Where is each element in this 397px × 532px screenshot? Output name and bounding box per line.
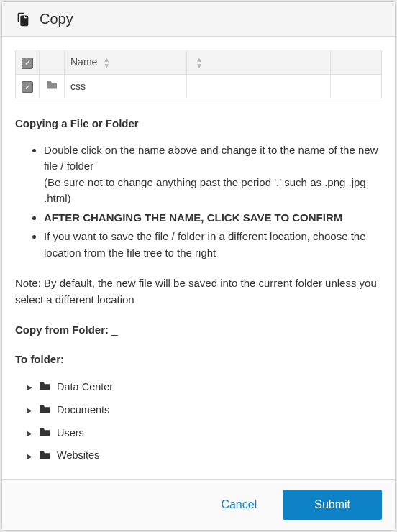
copy-from-value: _: [111, 324, 117, 336]
instruction-text: Double click on the name above and chang…: [44, 144, 378, 173]
dialog-header: Copy: [2, 2, 395, 37]
tree-item-users[interactable]: ▶ Users: [27, 422, 382, 445]
copy-from-line: Copy from Folder: _: [15, 322, 382, 339]
tree-item-label: Documents: [57, 403, 109, 418]
instructions-list: Double click on the name above and chang…: [15, 142, 382, 262]
tree-item-data-center[interactable]: ▶ Data Center: [27, 376, 382, 399]
cancel-button[interactable]: Cancel: [209, 491, 268, 518]
type-column-header[interactable]: [40, 50, 65, 75]
caret-right-icon: ▶: [27, 451, 32, 462]
tree-item-label: Websites: [57, 448, 99, 464]
tree-item-label: Users: [57, 426, 84, 441]
blank-column-header[interactable]: ▲▼: [187, 50, 331, 75]
select-all-checkbox[interactable]: ✓: [22, 58, 33, 69]
folder-icon: [45, 80, 58, 92]
name-column-label: Name: [70, 56, 97, 68]
submit-button[interactable]: Submit: [283, 490, 382, 520]
copy-from-label: Copy from Folder:: [15, 324, 109, 336]
caret-right-icon: ▶: [27, 405, 32, 416]
tree-item-label: Data Center: [57, 380, 113, 395]
instruction-item: If you want to save the file / folder in…: [44, 229, 382, 261]
tree-item-documents[interactable]: ▶ Documents: [27, 399, 382, 422]
copy-icon: [15, 12, 31, 27]
tree-item-websites[interactable]: ▶ Websites: [27, 444, 382, 467]
folder-icon: [38, 450, 51, 462]
instructions-title: Copying a File or Folder: [15, 116, 382, 132]
folder-icon: [38, 381, 51, 393]
row-last-cell: [331, 75, 382, 98]
instruction-item-strong: AFTER CHANGING THE NAME, CLICK SAVE TO C…: [44, 210, 382, 226]
row-name-cell[interactable]: css: [65, 75, 187, 98]
caret-right-icon: ▶: [27, 428, 32, 439]
file-table: ✓ Name ▲▼ ▲▼: [15, 50, 382, 98]
folder-icon: [38, 427, 51, 439]
row-blank-cell: [187, 75, 331, 98]
row-checkbox[interactable]: ✓: [22, 81, 33, 93]
select-all-cell[interactable]: ✓: [16, 50, 40, 75]
dialog-body: ✓ Name ▲▼ ▲▼: [2, 37, 395, 479]
folder-icon: [38, 404, 51, 416]
name-column-header[interactable]: Name ▲▼: [65, 50, 187, 75]
copy-dialog: Copy ✓ Name ▲▼ ▲▼: [1, 1, 396, 531]
to-folder-label: To folder:: [15, 352, 382, 368]
table-row[interactable]: ✓ css: [16, 75, 381, 98]
instruction-subtext: (Be sure not to change anything past the…: [44, 176, 366, 205]
caret-right-icon: ▶: [27, 382, 32, 393]
sort-icon: ▲▼: [103, 56, 110, 69]
instructions-note: Note: By default, the new file will be s…: [15, 275, 382, 308]
sort-icon: ▲▼: [196, 56, 203, 69]
dialog-title: Copy: [40, 11, 73, 27]
folder-tree: ▶ Data Center ▶ Documents ▶ Users: [15, 376, 382, 467]
instruction-item: Double click on the name above and chang…: [44, 142, 382, 207]
last-column-header: [331, 50, 382, 75]
dialog-footer: Cancel Submit: [2, 479, 395, 530]
